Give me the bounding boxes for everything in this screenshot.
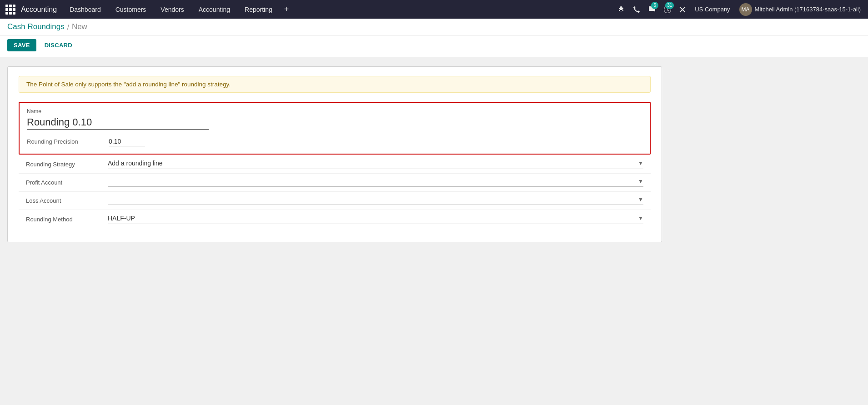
breadcrumb-bar: Cash Roundings / New (0, 19, 868, 35)
method-select[interactable]: HALF-UP ▼ (108, 215, 643, 224)
breadcrumb-current: New (72, 22, 87, 31)
method-label: Rounding Method (26, 216, 108, 223)
alert-info: The Point of Sale only supports the "add… (19, 76, 651, 93)
app-name: Accounting (21, 5, 57, 14)
breadcrumb-separator: / (67, 23, 69, 31)
method-dropdown-arrow: ▼ (638, 215, 643, 221)
form-card: The Point of Sale only supports the "add… (7, 66, 662, 242)
strategy-dropdown-arrow: ▼ (638, 160, 643, 166)
precision-value[interactable]: 0.10 (109, 137, 145, 146)
nav-plus[interactable]: + (280, 0, 294, 19)
method-value: HALF-UP (108, 215, 135, 222)
nav-dashboard[interactable]: Dashboard (62, 0, 108, 19)
chat-badge: 5 (651, 2, 658, 9)
alert-text: The Point of Sale only supports the "add… (26, 81, 231, 88)
strategy-label: Rounding Strategy (26, 161, 108, 168)
grid-icon (5, 5, 15, 15)
breadcrumb-parent[interactable]: Cash Roundings (7, 22, 65, 31)
name-input[interactable] (27, 116, 209, 130)
form-row-profit: Profit Account ▼ (19, 174, 651, 192)
avatar: MA (739, 3, 752, 16)
main-nav: Dashboard Customers Vendors Accounting R… (62, 0, 614, 19)
name-label: Name (27, 108, 642, 115)
action-bar: SAVE DISCARD (0, 35, 868, 57)
save-button[interactable]: SAVE (7, 39, 36, 51)
nav-vendors[interactable]: Vendors (153, 0, 191, 19)
main-content: The Point of Sale only supports the "add… (0, 57, 868, 251)
precision-label: Rounding Precision (27, 138, 109, 145)
form-row-loss: Loss Account ▼ (19, 192, 651, 210)
form-row-method: Rounding Method HALF-UP ▼ (19, 210, 651, 228)
company-name: US Company (695, 6, 730, 13)
form-rows: Rounding Strategy Add a rounding line ▼ … (19, 155, 651, 228)
loss-label: Loss Account (26, 197, 108, 204)
activity-badge: 31 (665, 2, 674, 9)
strategy-select[interactable]: Add a rounding line ▼ (108, 160, 643, 169)
user-name: Mitchell Admin (17163784-saas-15-1-all) (755, 6, 861, 13)
company-selector[interactable]: US Company (690, 0, 734, 19)
debug-icon[interactable] (614, 0, 628, 19)
form-row-strategy: Rounding Strategy Add a rounding line ▼ (19, 155, 651, 174)
discard-button[interactable]: DISCARD (40, 39, 77, 51)
profit-label: Profit Account (26, 179, 108, 186)
topbar: Accounting Dashboard Customers Vendors A… (0, 0, 868, 19)
loss-dropdown-arrow: ▼ (638, 196, 643, 203)
close-icon[interactable] (676, 0, 689, 19)
phone-icon[interactable] (629, 0, 644, 19)
nav-customers[interactable]: Customers (108, 0, 154, 19)
name-section: Name Rounding Precision 0.10 (19, 102, 651, 155)
nav-reporting[interactable]: Reporting (237, 0, 280, 19)
breadcrumb: Cash Roundings / New (7, 22, 87, 31)
user-menu[interactable]: MA Mitchell Admin (17163784-saas-15-1-al… (736, 0, 864, 19)
topbar-actions: 5 31 US Company MA Mitchell Admin (17163… (614, 0, 864, 19)
profit-dropdown-arrow: ▼ (638, 178, 643, 185)
nav-accounting[interactable]: Accounting (191, 0, 237, 19)
chat-icon[interactable]: 5 (645, 0, 659, 19)
activity-icon[interactable]: 31 (660, 0, 675, 19)
profit-select[interactable]: ▼ (108, 178, 643, 187)
app-brand[interactable]: Accounting (4, 5, 62, 15)
loss-select[interactable]: ▼ (108, 196, 643, 205)
precision-row: Rounding Precision 0.10 (27, 137, 642, 146)
strategy-value: Add a rounding line (108, 160, 163, 167)
